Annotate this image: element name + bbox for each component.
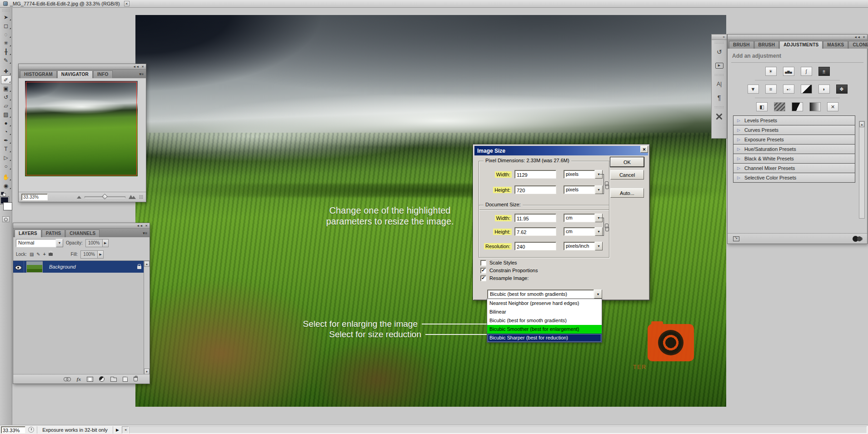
ellipse-tool[interactable]: ○ xyxy=(1,162,11,170)
preset-hue-saturation[interactable]: ▷Hue/Saturation Presets xyxy=(733,144,855,154)
actions-panel-icon[interactable]: ▶ xyxy=(712,59,727,72)
dock-drag-handle[interactable] xyxy=(714,106,724,108)
posterize-icon[interactable] xyxy=(774,102,785,111)
panel-menu-icon[interactable]: ▾≡ xyxy=(143,231,147,235)
tab-brush-1[interactable]: BRUSH xyxy=(729,41,754,49)
horizontal-scrollbar[interactable] xyxy=(129,426,867,434)
presets-scrollbar[interactable]: ▲ xyxy=(859,121,865,219)
expander-icon[interactable]: ▷ xyxy=(737,137,740,142)
navigator-zoom-slider[interactable] xyxy=(85,196,125,198)
new-group-icon[interactable] xyxy=(110,378,117,382)
character-panel-icon[interactable]: A| xyxy=(712,77,727,91)
chevron-down-icon[interactable]: ▼ xyxy=(56,239,63,247)
dodge-tool[interactable]: ◔ xyxy=(1,127,11,136)
navigator-thumbnail[interactable] xyxy=(25,81,138,176)
doc-width-input[interactable] xyxy=(514,214,556,222)
hue-saturation-icon[interactable]: ≡ xyxy=(765,85,777,94)
add-mask-icon[interactable] xyxy=(87,377,93,382)
menu-item-bicubic-sharper[interactable]: Bicubic Sharper (best for reduction) xyxy=(487,334,602,342)
magic-wand-tool[interactable]: ✳ xyxy=(1,39,11,47)
blur-tool[interactable]: ● xyxy=(1,119,11,127)
quick-mask-button[interactable] xyxy=(2,216,10,222)
statusbar-arrow-icon[interactable]: ▶ xyxy=(116,428,119,432)
visibility-toggle[interactable] xyxy=(13,261,24,273)
doc-width-unit-select[interactable]: cm ▼ xyxy=(564,214,603,222)
scroll-up-icon[interactable]: ▲ xyxy=(859,121,864,127)
lock-transparency-icon[interactable]: ▨ xyxy=(30,252,34,257)
type-tool[interactable]: T xyxy=(1,145,11,153)
doc-height-unit-select[interactable]: cm ▼ xyxy=(564,227,603,236)
tool-presets-panel-icon[interactable] xyxy=(712,110,727,123)
expander-icon[interactable]: ▷ xyxy=(737,166,740,170)
auto-button[interactable]: Auto... xyxy=(610,188,644,198)
invert-icon[interactable]: ◧ xyxy=(756,102,768,111)
tab-layers[interactable]: LAYERS xyxy=(15,229,41,237)
path-selection-tool[interactable]: ▷ xyxy=(1,153,11,162)
pixel-width-input[interactable] xyxy=(514,170,556,179)
preset-exposure[interactable]: ▷Exposure Presets xyxy=(733,135,855,145)
expander-icon[interactable]: ▷ xyxy=(737,147,740,151)
navigator-zoom-input[interactable] xyxy=(21,194,48,200)
layer-style-icon[interactable]: fx xyxy=(77,376,81,382)
fill-arrow-icon[interactable]: ▶ xyxy=(97,251,103,258)
dock-drag-handle[interactable] xyxy=(714,74,724,76)
pixel-height-input[interactable] xyxy=(514,185,556,194)
menu-item-bicubic-smoother[interactable]: Bicubic Smoother (best for enlargement) xyxy=(487,325,602,334)
tools-drag-handle[interactable] xyxy=(2,9,10,12)
adjustment-layer-icon[interactable] xyxy=(99,376,105,382)
swap-colors-icon[interactable] xyxy=(3,193,6,196)
fill-control[interactable]: 100% ▶ xyxy=(80,250,104,259)
curves-icon[interactable]: ∫ xyxy=(801,67,812,76)
paragraph-panel-icon[interactable]: ¶ xyxy=(712,91,727,105)
zoom-in-icon[interactable] xyxy=(129,195,136,199)
collapse-panel-icon[interactable]: ◄◄ xyxy=(136,224,143,227)
constrain-proportions-checkbox[interactable]: ✔ xyxy=(480,268,486,274)
navigator-viewbox[interactable] xyxy=(26,82,137,175)
exposure-icon[interactable]: ± xyxy=(818,67,830,76)
close-panel-icon[interactable]: ✕ xyxy=(145,224,148,228)
tab-brush-2[interactable]: BRUSH xyxy=(754,41,779,49)
preset-curves[interactable]: ▷Curves Presets xyxy=(733,125,855,135)
pixel-height-unit-select[interactable]: pixels ▼ xyxy=(564,185,603,194)
opacity-control[interactable]: 100% ▶ xyxy=(85,239,109,247)
eyedropper-tool[interactable]: ✎ xyxy=(1,56,11,65)
spot-healing-tool[interactable]: ✚ xyxy=(1,67,11,75)
tab-adjustments[interactable]: ADJUSTMENTS xyxy=(779,41,823,49)
dialog-close-button[interactable]: ✕ xyxy=(640,146,648,153)
close-panel-icon[interactable]: ✕ xyxy=(863,35,865,39)
slider-thumb[interactable] xyxy=(102,194,108,200)
lock-all-icon[interactable] xyxy=(49,253,53,256)
rectangular-marquee-tool[interactable]: ◻ xyxy=(1,21,11,30)
dock-drag-handle[interactable] xyxy=(714,41,724,44)
move-tool[interactable]: ➤ xyxy=(1,13,11,21)
preset-selective-color[interactable]: ▷Selective Color Presets xyxy=(733,173,855,183)
statusbar-zoom-input[interactable] xyxy=(1,426,25,434)
expander-icon[interactable]: ▷ xyxy=(737,128,740,132)
expander-icon[interactable]: ▷ xyxy=(737,156,740,161)
dialog-titlebar[interactable]: Image Size xyxy=(474,146,648,155)
zoom-out-icon[interactable] xyxy=(77,196,81,199)
pen-tool[interactable]: ✒ xyxy=(1,136,11,145)
layers-scrollbar[interactable]: ▲ ▼ xyxy=(144,261,150,374)
layer-thumbnail[interactable] xyxy=(26,261,43,273)
gradient-map-icon[interactable] xyxy=(809,102,821,111)
resample-image-checkbox[interactable]: ✔ xyxy=(480,275,486,281)
document-close-icon[interactable]: ✕ xyxy=(124,1,130,6)
clip-to-layer-icon[interactable] xyxy=(853,236,862,242)
clone-stamp-tool[interactable]: ▣ xyxy=(1,84,11,93)
pixel-width-unit-select[interactable]: pixels ▼ xyxy=(564,170,603,179)
crop-tool[interactable]: ╂ xyxy=(1,47,11,56)
tab-info[interactable]: INFO xyxy=(93,70,113,78)
tab-navigator[interactable]: NAVIGATOR xyxy=(57,70,93,78)
history-panel-icon[interactable]: ↺ xyxy=(712,45,727,59)
gradient-tool[interactable]: ▨ xyxy=(1,110,11,119)
cancel-button[interactable]: Cancel xyxy=(610,170,644,180)
brush-tool[interactable]: ✐ xyxy=(1,75,11,84)
scroll-left-icon[interactable]: ◄ xyxy=(122,426,129,434)
delete-layer-icon[interactable] xyxy=(134,377,138,381)
tab-clone[interactable]: CLONE xyxy=(848,41,868,49)
scale-styles-checkbox[interactable] xyxy=(480,260,486,266)
levels-icon[interactable]: ▄▆▄ xyxy=(783,67,794,76)
chevron-down-icon[interactable]: ▼ xyxy=(595,242,603,250)
link-layers-icon[interactable] xyxy=(64,377,71,381)
